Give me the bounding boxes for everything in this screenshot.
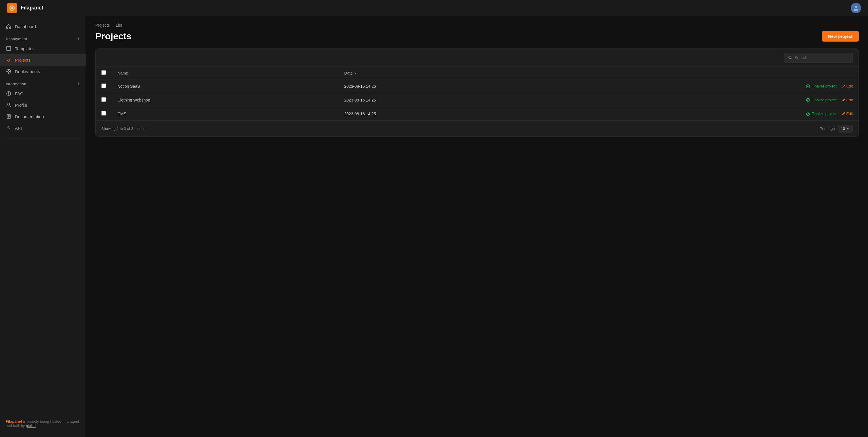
per-page-select: Per page 10 — [820, 125, 853, 132]
select-all-checkbox[interactable] — [101, 70, 106, 75]
chevron-up-icon-2: ⇧ — [77, 82, 80, 86]
chevron-up-icon: ⇧ — [77, 37, 80, 41]
finalize-project-button-0[interactable]: Finalize project — [806, 84, 836, 88]
svg-point-5 — [8, 94, 9, 95]
main-content: Projects › List Projects New project — [86, 16, 868, 437]
row-date-1: 2023-08-16 14:25 — [338, 93, 560, 107]
table-footer: Showing 1 to 3 of 3 results Per page 10 — [96, 121, 859, 136]
sidebar-item-projects[interactable]: Projects — [0, 54, 86, 66]
th-checkbox — [96, 67, 112, 79]
chevron-down-icon — [847, 127, 849, 130]
svg-point-10 — [806, 98, 810, 102]
svg-point-9 — [806, 85, 810, 88]
sidebar-item-profile[interactable]: Profile — [0, 99, 86, 111]
svg-point-6 — [8, 103, 10, 105]
finalize-project-button-1[interactable]: Finalize project — [806, 98, 836, 102]
home-icon — [6, 24, 11, 29]
sidebar-item-label-profile: Profile — [15, 103, 27, 107]
footer-link[interactable]: ploi.io — [26, 424, 36, 428]
search-box[interactable] — [784, 53, 853, 63]
svg-point-1 — [855, 6, 857, 8]
th-actions — [560, 67, 859, 79]
sidebar-item-label-documentation: Documentation — [15, 114, 44, 119]
sidebar-item-label-api: API — [15, 126, 22, 131]
showing-results: Showing 1 to 3 of 3 results — [101, 127, 145, 131]
sidebar-item-dashboard[interactable]: Dashboard — [0, 21, 86, 32]
breadcrumb-parent[interactable]: Projects — [95, 23, 110, 28]
edit-button-2[interactable]: Edit — [841, 111, 853, 116]
table-row: Notion SaaS 2023-08-16 14:26 Finalize pr… — [96, 79, 859, 93]
row-checkbox-cell — [96, 93, 112, 107]
projects-table: Name Date ∨ — [96, 67, 859, 121]
sidebar: Dashboard Deployment ⇧ Templates — [0, 16, 86, 437]
per-page-label: Per page — [820, 127, 835, 131]
app-logo-icon — [7, 3, 17, 13]
row-checkbox-1[interactable] — [101, 97, 106, 102]
table-row: Clothing Webshop 2023-08-16 14:25 Finali… — [96, 93, 859, 107]
table-row: CMS 2023-08-16 14:25 Finalize project — [96, 107, 859, 121]
edit-button-0[interactable]: Edit — [841, 84, 853, 88]
svg-point-11 — [806, 112, 810, 115]
app-title: Filapanel — [21, 5, 43, 11]
sidebar-item-label-projects: Projects — [15, 58, 30, 63]
per-page-dropdown[interactable]: 10 — [838, 125, 853, 132]
sidebar-item-faq[interactable]: FAQ — [0, 88, 86, 99]
profile-icon — [6, 102, 11, 108]
topnav-brand: Filapanel — [7, 3, 43, 13]
svg-point-3 — [8, 71, 9, 72]
search-icon — [788, 56, 792, 60]
deployments-icon — [6, 69, 11, 74]
row-name-2: CMS — [112, 107, 338, 121]
sidebar-item-templates[interactable]: Templates — [0, 43, 86, 54]
row-actions-2: Finalize project Edit — [560, 107, 859, 121]
sidebar-footer: Filapanel is proudly being hosted, manag… — [0, 415, 86, 432]
avatar[interactable] — [851, 3, 861, 13]
topnav: Filapanel — [0, 0, 868, 16]
api-icon — [6, 125, 11, 131]
th-date[interactable]: Date ∨ — [338, 67, 560, 79]
row-checkbox-cell — [96, 79, 112, 93]
row-date-0: 2023-08-16 14:26 — [338, 79, 560, 93]
finalize-project-button-2[interactable]: Finalize project — [806, 111, 836, 116]
new-project-button[interactable]: New project — [822, 31, 859, 41]
sidebar-item-documentation[interactable]: Documentation — [0, 111, 86, 122]
template-icon — [6, 45, 11, 51]
sidebar-item-api[interactable]: API — [0, 122, 86, 134]
information-section[interactable]: Information ⇧ — [0, 77, 86, 88]
search-input[interactable] — [795, 55, 848, 60]
row-actions-0: Finalize project Edit — [560, 79, 859, 93]
documentation-icon — [6, 113, 11, 119]
projects-table-card: Name Date ∨ — [95, 48, 859, 137]
sidebar-item-label-faq: FAQ — [15, 91, 24, 96]
row-name-1: Clothing Webshop — [112, 93, 338, 107]
table-toolbar — [96, 49, 859, 67]
sidebar-item-deployments[interactable]: Deployments — [0, 66, 86, 77]
footer-brand: Filapanel — [6, 419, 22, 424]
row-checkbox-0[interactable] — [101, 83, 106, 88]
row-checkbox-2[interactable] — [101, 111, 106, 115]
deployment-section[interactable]: Deployment ⇧ — [0, 32, 86, 43]
th-name: Name — [112, 67, 338, 79]
projects-icon — [6, 57, 11, 63]
page-title: Projects — [95, 31, 131, 41]
row-checkbox-cell — [96, 107, 112, 121]
faq-icon — [6, 91, 11, 96]
breadcrumb-separator: › — [112, 23, 114, 28]
breadcrumb: Projects › List — [95, 23, 859, 28]
sort-icon: ∨ — [354, 71, 356, 75]
page-header: Projects New project — [95, 31, 859, 41]
edit-button-1[interactable]: Edit — [841, 98, 853, 102]
breadcrumb-current: List — [116, 23, 122, 28]
row-date-2: 2023-08-16 14:25 — [338, 107, 560, 121]
per-page-value: 10 — [841, 127, 845, 131]
row-actions-1: Finalize project Edit — [560, 93, 859, 107]
sidebar-item-label-templates: Templates — [15, 46, 34, 51]
sidebar-item-label-deployments: Deployments — [15, 69, 40, 74]
row-name-0: Notion SaaS — [112, 79, 338, 93]
sidebar-item-label-dashboard: Dashboard — [15, 24, 36, 29]
